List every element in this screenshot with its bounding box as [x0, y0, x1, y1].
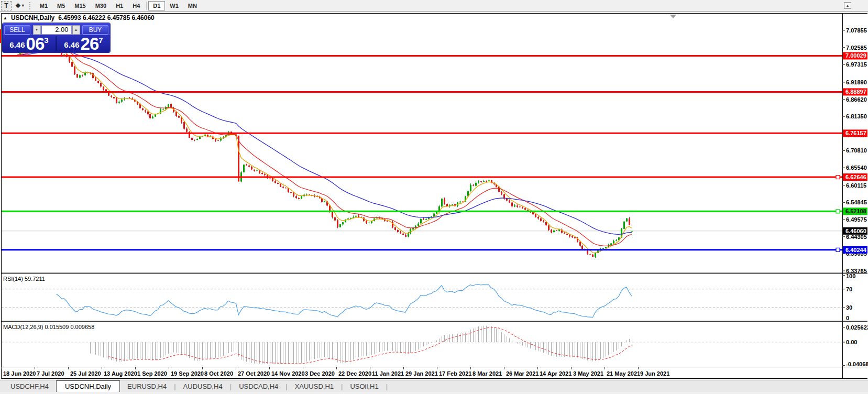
tab-xauusd-h1[interactable]: XAUUSD,H1 — [288, 381, 341, 392]
ask-price: 6.46 26 7 — [57, 35, 110, 52]
timeframe-button-H1[interactable]: H1 — [111, 1, 128, 10]
toolbar-separator — [146, 2, 147, 10]
timeframe-button-M5[interactable]: M5 — [52, 1, 70, 10]
svg-text:6.40244: 6.40244 — [845, 247, 867, 253]
svg-text:6.49575: 6.49575 — [846, 216, 867, 223]
trade-panel-toggle-icon[interactable]: ▲ — [3, 16, 7, 20]
svg-text:30: 30 — [846, 304, 852, 311]
timeframe-button-H4[interactable]: H4 — [128, 1, 145, 10]
tab-usdcnh-daily[interactable]: USDCNH,Daily — [56, 380, 120, 392]
svg-text:6.52108: 6.52108 — [845, 208, 866, 214]
symbol-label: USDCNH,Daily — [11, 14, 54, 21]
svg-text:13 Aug 2020: 13 Aug 2020 — [104, 370, 137, 377]
svg-text:14 Apr 2021: 14 Apr 2021 — [540, 370, 572, 377]
text-tool-button[interactable]: T — [1, 1, 12, 10]
ask-price-major: 6.46 — [64, 40, 79, 49]
tab-audusd-h4[interactable]: AUDUSD,H4 — [176, 381, 230, 392]
timeframe-button-W1[interactable]: W1 — [165, 1, 183, 10]
svg-text:0.00: 0.00 — [846, 339, 857, 345]
chart-canvas[interactable]: 7.078557.025856.973156.918906.866206.813… — [0, 0, 868, 394]
chart-tabs-bar: USDCHF,H4USDCNH,DailyEURUSD,H4|AUDUSD,H4… — [0, 380, 868, 392]
tab-eurusd-h4[interactable]: EURUSD,H4 — [120, 381, 174, 392]
line-handle[interactable] — [836, 210, 840, 213]
svg-text:9 Jun 2021: 9 Jun 2021 — [640, 370, 669, 377]
chevron-up-icon: ▲ — [74, 28, 78, 31]
timeframe-button-D1[interactable]: D1 — [148, 1, 165, 10]
svg-text:6.62646: 6.62646 — [845, 174, 866, 180]
timeframe-button-M30[interactable]: M30 — [91, 1, 111, 10]
timeframe-button-M15[interactable]: M15 — [70, 1, 90, 10]
svg-text:6.88897: 6.88897 — [845, 89, 866, 95]
one-click-trading-panel: SELL ▼ ▲ BUY 6.46 06 3 6.46 26 7 — [3, 23, 110, 52]
objects-tool-button[interactable]: ❖ ▾ — [14, 1, 26, 10]
buy-button[interactable]: BUY — [82, 25, 108, 35]
svg-text:3 Dec 2020: 3 Dec 2020 — [305, 370, 335, 377]
svg-text:0: 0 — [846, 315, 849, 321]
macd-label: MACD(12,26,9) 0.015509 0.009658 — [3, 324, 94, 330]
edge-object-fragment — [0, 29, 1, 43]
tab-usoil-h1[interactable]: USOil,H1 — [343, 381, 386, 392]
ask-price-pips: 26 — [81, 37, 99, 51]
volume-increase-button[interactable]: ▲ — [72, 25, 80, 35]
svg-text:1 Sep 2020: 1 Sep 2020 — [137, 370, 167, 377]
tab-usdcad-h4[interactable]: USDCAD,H4 — [232, 381, 285, 392]
svg-text:6.86620: 6.86620 — [846, 96, 867, 103]
tab-separator: | — [386, 381, 388, 392]
svg-text:17 Feb 2021: 17 Feb 2021 — [439, 370, 471, 377]
svg-text:26 Mar 2021: 26 Mar 2021 — [506, 370, 539, 377]
svg-text:27 Oct 2020: 27 Oct 2020 — [238, 370, 270, 377]
timeframe-button-M1[interactable]: M1 — [35, 1, 52, 10]
svg-text:22 Dec 2020: 22 Dec 2020 — [338, 370, 371, 377]
svg-text:29 Jan 2021: 29 Jan 2021 — [405, 370, 438, 377]
svg-text:0.025623: 0.025623 — [846, 324, 868, 331]
chevron-down-icon: ▼ — [35, 28, 39, 31]
ohlc-quote: 6.45993 6.46222 6.45785 6.46060 — [58, 14, 155, 21]
toolbar-overflow-button[interactable]: ▲ — [844, 2, 851, 9]
bid-price-point: 3 — [44, 36, 48, 45]
toolbar-grip — [29, 2, 32, 9]
chevron-down-icon: ▾ — [22, 3, 24, 8]
objects-icon: ❖ — [15, 2, 21, 9]
svg-text:6.70810: 6.70810 — [846, 147, 867, 154]
ask-price-point: 7 — [98, 36, 103, 45]
svg-text:7.00029: 7.00029 — [845, 52, 866, 59]
mt4-window: T ❖ ▾ M1M5M15M30H1H4D1W1MN ▲ 7.078557.02… — [0, 0, 868, 394]
line-handle[interactable] — [836, 248, 840, 251]
volume-control: ▼ ▲ — [32, 25, 80, 35]
bid-price-pips: 06 — [26, 37, 45, 51]
timeframe-button-MN[interactable]: MN — [183, 1, 202, 10]
svg-text:6.76157: 6.76157 — [845, 130, 866, 136]
svg-text:11 Jan 2021: 11 Jan 2021 — [372, 370, 404, 377]
svg-text:7.02585: 7.02585 — [846, 45, 867, 51]
bid-price: 6.46 06 3 — [3, 35, 56, 52]
svg-text:7 Jul 2020: 7 Jul 2020 — [37, 370, 64, 377]
svg-text:-0.040687: -0.040687 — [846, 361, 868, 367]
svg-text:8 Oct 2020: 8 Oct 2020 — [204, 370, 233, 377]
svg-text:6.81350: 6.81350 — [846, 113, 867, 119]
svg-text:25 Jul 2020: 25 Jul 2020 — [70, 370, 101, 377]
volume-decrease-button[interactable]: ▼ — [33, 25, 41, 35]
toolbar: T ❖ ▾ M1M5M15M30H1H4D1W1MN ▲ — [0, 0, 868, 12]
svg-text:6.46060: 6.46060 — [845, 228, 866, 234]
svg-text:6.60115: 6.60115 — [846, 182, 866, 189]
svg-text:19 Sep 2020: 19 Sep 2020 — [171, 370, 204, 377]
svg-text:6.54845: 6.54845 — [846, 199, 867, 205]
svg-text:6.65540: 6.65540 — [846, 165, 867, 171]
svg-text:70: 70 — [846, 286, 852, 292]
svg-text:14 Nov 2020: 14 Nov 2020 — [271, 370, 305, 377]
svg-text:100: 100 — [846, 273, 855, 279]
timeframe-toolbar: M1M5M15M30H1H4D1W1MN — [35, 1, 202, 10]
svg-text:3 May 2021: 3 May 2021 — [573, 370, 603, 377]
svg-text:8 Mar 2021: 8 Mar 2021 — [473, 370, 502, 377]
bid-price-major: 6.46 — [9, 40, 25, 49]
chart-title: ▲ USDCNH,Daily 6.45993 6.46222 6.45785 6… — [3, 14, 155, 21]
tab-usdchf-h4[interactable]: USDCHF,H4 — [3, 381, 56, 392]
svg-text:6.91890: 6.91890 — [846, 79, 867, 85]
svg-text:6.97315: 6.97315 — [846, 61, 867, 68]
line-handle[interactable] — [836, 176, 840, 179]
svg-text:21 May 2021: 21 May 2021 — [607, 370, 640, 377]
sell-button[interactable]: SELL — [4, 25, 30, 35]
svg-text:7.07855: 7.07855 — [846, 27, 867, 34]
rsi-label: RSI(14) 59.7211 — [3, 276, 45, 282]
volume-input[interactable] — [41, 25, 72, 35]
